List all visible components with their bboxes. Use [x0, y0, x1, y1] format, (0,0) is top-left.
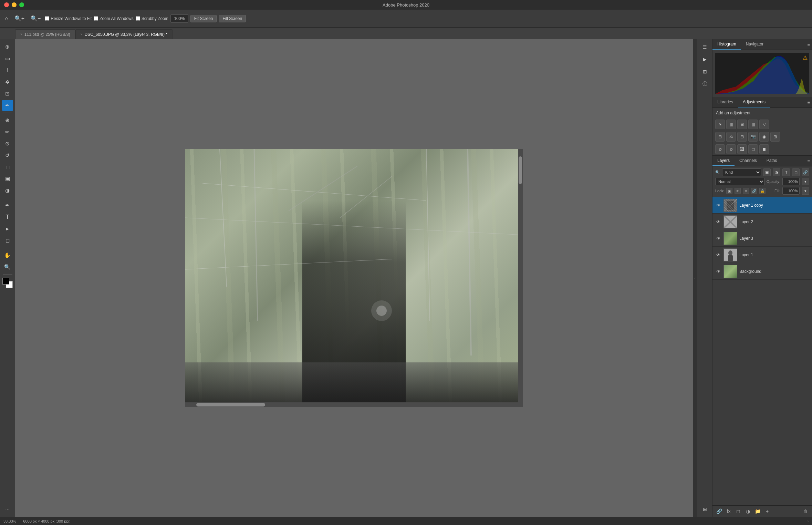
layer-panel-icon-btn[interactable]: ⊞	[699, 66, 710, 77]
hand-tool-btn[interactable]: ✋	[2, 250, 13, 261]
paths-tab[interactable]: Paths	[762, 156, 782, 166]
layer-vis-layer3[interactable]: 👁	[715, 235, 721, 241]
tab-close-111psd[interactable]: ×	[20, 32, 22, 36]
layer-vis-background[interactable]: 👁	[715, 268, 721, 275]
histogram-tab[interactable]: Histogram	[712, 39, 741, 50]
adj-menu-btn[interactable]: ≡	[805, 99, 812, 106]
tab-close-dsc6050[interactable]: ×	[81, 32, 83, 36]
text-tool-btn[interactable]: T	[2, 212, 13, 223]
path-select-btn[interactable]: ▸	[2, 223, 13, 234]
stamp-tool-btn[interactable]: ⊙	[2, 138, 13, 149]
color-swatches[interactable]	[2, 278, 13, 288]
fill-chevron-btn[interactable]: ▾	[802, 187, 809, 195]
adj-exposure-icon[interactable]: ▥	[748, 120, 758, 129]
tab-dsc6050[interactable]: × DSC_6050.JPG @ 33,3% (Layer 3, RGB/8) …	[75, 29, 173, 39]
maximize-btn[interactable]	[19, 2, 24, 7]
layer-item-layer1copy[interactable]: 👁 Layer 1 copy	[712, 197, 812, 214]
move-tool-btn[interactable]: ⊕	[2, 41, 13, 52]
adj-posterize-icon[interactable]: ⊘	[726, 144, 736, 154]
adj-brightness-icon[interactable]: ☀	[715, 120, 725, 129]
resize-windows-label[interactable]: Resize Windows to Fit	[45, 16, 92, 21]
lock-position-btn[interactable]: ✒	[735, 188, 741, 194]
vertical-scrollbar[interactable]	[518, 149, 523, 402]
layers-tab[interactable]: Layers	[712, 156, 735, 166]
opacity-chevron-btn[interactable]: ▾	[802, 178, 809, 185]
layer-item-layer1[interactable]: 👁 Layer 1	[712, 247, 812, 263]
blend-mode-select[interactable]: Normal Multiply Screen Overlay	[715, 178, 764, 185]
zoom-out-button[interactable]: 🔍−	[29, 14, 43, 23]
horizontal-scrollbar-thumb[interactable]	[196, 403, 265, 406]
adj-channelmixer-icon[interactable]: ◉	[759, 132, 769, 142]
new-adjustment-btn[interactable]: ◑	[744, 507, 752, 515]
dodge-tool-btn[interactable]: ◑	[2, 185, 13, 196]
tab-111psd[interactable]: × 111.psd @ 25% (RGB/8)	[15, 29, 75, 39]
fit-screen-button[interactable]: Fit Screen	[190, 15, 217, 22]
type-filter-btn[interactable]: T	[782, 168, 790, 176]
extra-tools-btn[interactable]: ···	[2, 504, 13, 515]
home-button[interactable]: ⌂	[3, 14, 10, 23]
add-mask-btn[interactable]: ◻	[735, 507, 742, 515]
canvas-area[interactable]	[15, 39, 693, 517]
lock-extra-btn[interactable]: 🔒	[759, 188, 766, 194]
horizontal-scrollbar[interactable]	[185, 402, 523, 407]
scrubby-zoom-label[interactable]: Scrubby Zoom	[136, 16, 168, 21]
layer-vis-layer1copy[interactable]: 👁	[715, 202, 721, 208]
adj-threshold-icon[interactable]: 🖼	[737, 144, 747, 154]
adj-levels-icon[interactable]: ▥	[726, 120, 736, 129]
channels-tab[interactable]: Channels	[735, 156, 762, 166]
adj-colorlookup-icon[interactable]: ⊞	[770, 132, 780, 142]
pen-tool-btn[interactable]: ✒	[2, 200, 13, 211]
lock-pixels-btn[interactable]: ▣	[726, 188, 732, 194]
timeline-btn[interactable]: ⊞	[699, 504, 710, 515]
close-btn[interactable]	[4, 2, 9, 7]
new-layer-btn[interactable]: +	[763, 507, 771, 515]
history-brush-btn[interactable]: ↺	[2, 150, 13, 161]
scrubby-zoom-checkbox[interactable]	[136, 16, 140, 21]
lasso-tool-btn[interactable]: ⌇	[2, 65, 13, 76]
opacity-input[interactable]	[782, 178, 800, 185]
adjustment-filter-btn[interactable]: ◑	[773, 168, 780, 176]
vertical-scrollbar-thumb[interactable]	[519, 156, 522, 184]
lock-artboard-btn[interactable]: ⊕	[743, 188, 749, 194]
adj-colorbalance-icon[interactable]: ⚖	[726, 132, 736, 142]
layer-item-background[interactable]: 👁 Background	[712, 263, 812, 280]
adj-curves-icon[interactable]: ⊞	[737, 120, 747, 129]
fill-input[interactable]	[782, 187, 800, 195]
panel-menu-btn[interactable]: ≡	[805, 41, 812, 49]
layers-menu-btn[interactable]: ≡	[805, 157, 812, 165]
healing-tool-btn[interactable]: ⊕	[2, 115, 13, 126]
adj-invert-icon[interactable]: ⊘	[715, 144, 725, 154]
link-layers-btn[interactable]: 🔗	[715, 507, 723, 515]
magic-wand-btn[interactable]: ✲	[2, 76, 13, 88]
kind-select[interactable]: Kind	[722, 168, 761, 176]
layer-item-layer2[interactable]: 👁 Layer 2	[712, 214, 812, 230]
layer-item-layer3[interactable]: 👁 Layer 3	[712, 230, 812, 247]
delete-layer-btn[interactable]: 🗑	[802, 507, 809, 515]
adj-vibrance-icon[interactable]: ▽	[759, 120, 769, 129]
layer-vis-layer2[interactable]: 👁	[715, 219, 721, 225]
fill-screen-button[interactable]: Fill Screen	[219, 15, 246, 22]
resize-windows-checkbox[interactable]	[45, 16, 49, 21]
layer-vis-layer1[interactable]: 👁	[715, 252, 721, 258]
zoom-tool-btn[interactable]: 🔍	[2, 261, 13, 272]
adjustments-tab[interactable]: Adjustments	[738, 97, 770, 107]
adj-gradientmap-icon[interactable]: ◻	[748, 144, 758, 154]
selection-tool-btn[interactable]: ▭	[2, 53, 13, 64]
gradient-tool-btn[interactable]: ▣	[2, 173, 13, 184]
foreground-swatch[interactable]	[2, 278, 9, 285]
lock-all-btn[interactable]: 🔗	[751, 188, 757, 194]
shape-tool-btn[interactable]: ◻	[2, 235, 13, 246]
add-style-btn[interactable]: fx	[725, 507, 732, 515]
shape-filter-btn[interactable]: ◻	[792, 168, 800, 176]
libraries-tab[interactable]: Libraries	[712, 97, 738, 107]
brush-tool-btn[interactable]: ✏	[2, 126, 13, 137]
adj-hue-icon[interactable]: ⊟	[715, 132, 725, 142]
zoom-all-windows-checkbox[interactable]	[94, 16, 98, 21]
minimize-btn[interactable]	[12, 2, 17, 7]
panel-collapse-handle[interactable]: ‹	[693, 39, 697, 517]
zoom-percent-input[interactable]	[170, 14, 188, 23]
new-group-btn[interactable]: 📁	[754, 507, 761, 515]
pixel-filter-btn[interactable]: ▣	[763, 168, 771, 176]
panel-toggle-btn[interactable]: ☰	[699, 41, 710, 52]
eyedropper-tool-btn[interactable]: ✒	[2, 100, 13, 111]
